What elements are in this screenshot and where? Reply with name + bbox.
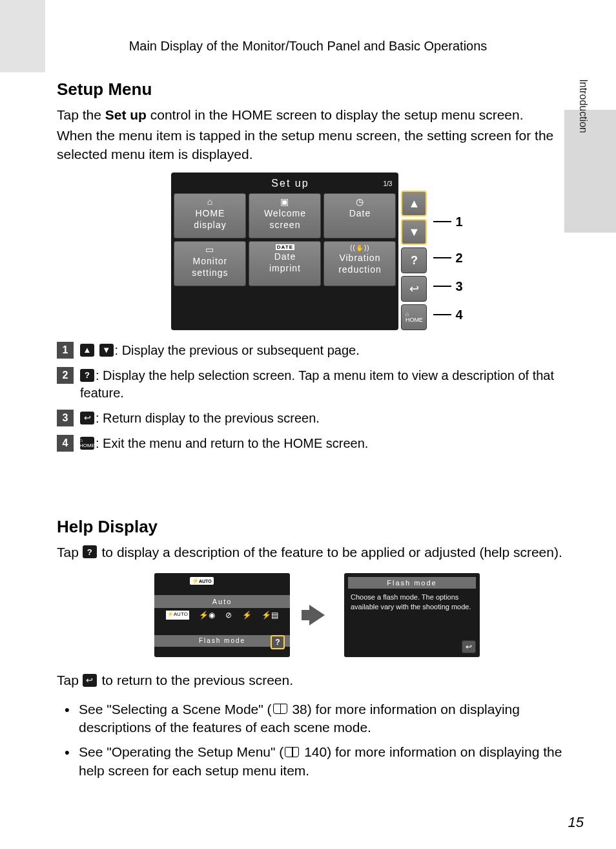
legend-num: 3 — [57, 410, 74, 426]
help-button[interactable]: ? — [401, 247, 427, 273]
legend-row-3: 3 ↩: Return display to the previous scre… — [57, 410, 577, 427]
setup-screen-with-nav: Set up 1/3 ⌂ HOME display ▣ Welcome scre… — [171, 173, 427, 330]
corner-decoration — [0, 0, 45, 72]
text: Tap — [57, 673, 83, 687]
setup-figure-wrap: Set up 1/3 ⌂ HOME display ▣ Welcome scre… — [171, 173, 462, 330]
side-tab — [564, 110, 616, 233]
cell-label: display — [194, 220, 227, 231]
cell-label: settings — [192, 267, 228, 279]
text: Tap the — [57, 107, 105, 122]
setup-paragraph-1: Tap the Set up control in the HOME scree… — [57, 106, 577, 124]
callout-num: 2 — [455, 251, 462, 266]
page-number: 15 — [568, 814, 584, 831]
side-tab-label: Introduction — [577, 79, 589, 133]
bullet-list: See "Selecting a Scene Mode" ( 38) for m… — [65, 700, 577, 780]
page-up-button[interactable]: ▲ — [401, 191, 427, 216]
nav-column: ▲ ▼ ? ↩ ⌂HOME — [401, 173, 427, 330]
legend-row-4: 4 ⌂HOME: Exit the menu and return to the… — [57, 435, 577, 452]
flash-slow-icon[interactable]: ⚡▤ — [262, 611, 278, 620]
text: See "Operating the Setup Menu" ( — [79, 744, 283, 759]
callout-num: 1 — [455, 215, 462, 229]
up-triangle-icon: ▲ — [80, 344, 94, 357]
book-icon — [285, 747, 299, 757]
legend-text: ⌂HOME: Exit the menu and return to the H… — [80, 435, 577, 452]
section-title-help: Help Display — [57, 517, 577, 537]
cell-date[interactable]: ◷ Date — [323, 193, 396, 238]
help-section: Help Display Tap ? to display a descript… — [57, 517, 577, 780]
page-ref: 38 — [292, 702, 307, 717]
home-icon: ⌂ — [207, 196, 213, 207]
callout-num: 3 — [455, 279, 462, 294]
callout-3: 3 — [433, 273, 462, 299]
cell-label: screen — [269, 220, 300, 231]
help-icon: ? — [80, 369, 94, 382]
help-paragraph-2: Tap ↩ to return to the previous screen. — [57, 671, 577, 689]
help-screen-before: ⚡AUTO Auto ⚡AUTO ⚡◉ ⊘ ⚡ ⚡▤ Flash mode ? — [154, 573, 290, 657]
flash-redeye-icon[interactable]: ⚡◉ — [199, 611, 215, 620]
arrow-right-icon — [309, 605, 325, 625]
legend-text: ↩: Return display to the previous screen… — [80, 410, 577, 427]
text: to display a description of the feature … — [98, 545, 562, 560]
help-figures: ⚡AUTO Auto ⚡AUTO ⚡◉ ⊘ ⚡ ⚡▤ Flash mode ? … — [57, 573, 577, 657]
page-header: Main Display of the Monitor/Touch Panel … — [57, 39, 577, 54]
page-down-button[interactable]: ▼ — [401, 219, 427, 245]
back-button[interactable]: ↩ — [401, 276, 427, 302]
legend-text: ?: Display the help selection screen. Ta… — [80, 367, 577, 402]
text: to return to the previous screen. — [98, 673, 293, 687]
date-imprint-icon: DATE — [276, 244, 294, 250]
section-title-setup: Setup Menu — [57, 79, 577, 100]
auto-label: Auto — [154, 595, 290, 608]
help-title: Flash mode — [348, 577, 476, 589]
cell-monitor-settings[interactable]: ▭ Monitor settings — [174, 241, 246, 286]
setup-title-row: Set up 1/3 — [174, 175, 396, 193]
cell-home-display[interactable]: ⌂ HOME display — [174, 193, 246, 238]
callout-column: 1 2 3 4 — [433, 173, 462, 330]
setup-figure: Set up 1/3 ⌂ HOME display ▣ Welcome scre… — [57, 173, 577, 330]
cell-label: Welcome — [264, 208, 306, 220]
cell-vibration-reduction[interactable]: ((✋)) Vibration reduction — [323, 241, 396, 286]
back-icon: ↩ — [80, 412, 94, 424]
cell-welcome-screen[interactable]: ▣ Welcome screen — [249, 193, 321, 238]
legend-row-2: 2 ?: Display the help selection screen. … — [57, 367, 577, 402]
flash-mode-label: Flash mode — [154, 635, 290, 647]
clock-icon: ◷ — [356, 196, 364, 207]
cell-label: reduction — [338, 264, 382, 276]
page-ref: 140 — [304, 744, 327, 759]
setup-paragraph-2: When the menu item is tapped in the setu… — [57, 127, 577, 163]
legend: 1 ▲ ▼: Display the previous or subsequen… — [57, 342, 577, 452]
flash-auto-icon[interactable]: ⚡AUTO — [166, 611, 189, 620]
bullet-item-1: See "Selecting a Scene Mode" ( 38) for m… — [65, 700, 577, 737]
help-button-highlighted[interactable]: ? — [271, 635, 285, 649]
legend-num: 2 — [57, 367, 74, 384]
help-screen-after: Flash mode Choose a flash mode. The opti… — [344, 573, 480, 657]
callout-4: 4 — [433, 302, 462, 328]
callout-num: 4 — [455, 308, 462, 322]
flash-options-row: ⚡AUTO ⚡◉ ⊘ ⚡ ⚡▤ — [161, 611, 283, 620]
text: : Display the previous or subsequent pag… — [115, 343, 360, 357]
cell-label: imprint — [269, 263, 301, 275]
auto-mode-icon: ⚡AUTO — [190, 577, 214, 585]
page-indicator: 1/3 — [384, 180, 393, 187]
text: : Display the help selection screen. Tap… — [80, 368, 554, 400]
book-icon — [273, 704, 287, 714]
cell-label: Date — [349, 208, 371, 220]
legend-row-1: 1 ▲ ▼: Display the previous or subsequen… — [57, 342, 577, 359]
setup-screen-title: Set up — [197, 178, 383, 189]
help-body-text: Choose a flash mode. The options availab… — [348, 591, 476, 613]
flash-on-icon[interactable]: ⚡ — [242, 611, 252, 620]
down-triangle-icon: ▼ — [99, 344, 114, 357]
flash-off-icon[interactable]: ⊘ — [225, 611, 232, 620]
setup-grid: ⌂ HOME display ▣ Welcome screen ◷ Date — [174, 193, 396, 286]
monitor-icon: ▭ — [205, 244, 214, 255]
back-button[interactable]: ↩ — [462, 640, 476, 653]
help-icon: ? — [83, 545, 97, 558]
home-button[interactable]: ⌂HOME — [401, 304, 427, 330]
home-icon: ⌂HOME — [80, 437, 94, 450]
welcome-icon: ▣ — [280, 196, 289, 207]
text: control in the HOME screen to display th… — [147, 107, 524, 122]
legend-text: ▲ ▼: Display the previous or subsequent … — [80, 342, 577, 359]
legend-num: 1 — [57, 342, 74, 359]
callout-2: 2 — [433, 245, 462, 271]
cell-label: Monitor — [193, 256, 228, 267]
cell-date-imprint[interactable]: DATE Date imprint — [249, 241, 321, 286]
